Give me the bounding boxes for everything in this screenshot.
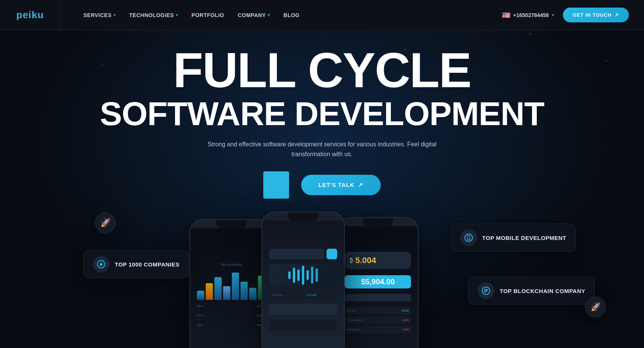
tx-value: -0.01 (402, 318, 409, 322)
nav-technologies[interactable]: TECHNOLOGIES ▾ (129, 12, 178, 18)
stat-label: ETH (197, 314, 203, 317)
stat-label: SOL (197, 323, 203, 327)
phone-screen-center: Portfolio +12.4% (262, 221, 344, 348)
badge-rocket-top: 🚀 (95, 212, 116, 234)
award-svg (97, 260, 106, 269)
lets-talk-button[interactable]: LET'S TALK ↗ (301, 175, 381, 195)
mini-bar (288, 271, 291, 279)
flag-icon: 🇺🇸 (502, 11, 510, 19)
badge-blockchain-icon (478, 282, 494, 299)
tx-value: +0.02 (401, 309, 409, 312)
chevron-down-icon: ▾ (114, 13, 116, 17)
stat-row: ETH +1.8% (197, 312, 265, 319)
phones-area: Top currencies BTC +2.4% ETH (152, 212, 492, 348)
badge-top-mobile-label: TOP MOBILE DEVELOPMENT (482, 235, 566, 241)
bar (241, 282, 248, 300)
transaction-item: Transaction -0.01 (345, 316, 411, 324)
blue-square-decoration (263, 171, 289, 199)
stat-row: SOL +5.2% (197, 322, 265, 328)
phone-number[interactable]: 🇺🇸 +16502784458 ▾ (502, 11, 554, 19)
mini-bar (306, 270, 309, 280)
logo[interactable]: peiku (16, 9, 44, 21)
nav-portfolio[interactable]: PORTFOLIO (192, 12, 224, 18)
transaction-list: Extras +0.02 Transaction -0.01 Withdraw … (345, 307, 411, 334)
chart-row (197, 270, 265, 300)
stat-cell: +12.4% (304, 291, 337, 299)
bar (206, 283, 213, 300)
nav-links: SERVICES ▾ TECHNOLOGIES ▾ PORTFOLIO COMP… (83, 12, 502, 18)
badge-mobile-icon (460, 229, 477, 246)
get-in-touch-button[interactable]: GET IN TOUCH ↗ (563, 8, 629, 22)
badge-top-1000-companies: TOP 1000 COMPANIES (83, 250, 189, 278)
stat-label: BTC (197, 304, 203, 308)
phone-right: ₿ 5.004 $5,904.00 Extras +0.02 Transacti… (337, 217, 419, 348)
arrow-icon: ↗ (358, 182, 363, 188)
transaction-item: Withdraw -0.05 (345, 326, 411, 334)
phone-notch (216, 220, 246, 228)
badge-top1000-label: TOP 1000 COMPANIES (115, 261, 180, 268)
mini-bar (316, 268, 318, 282)
mobile-svg (464, 233, 473, 242)
bitcoin-icon: ₿ (350, 257, 353, 264)
nav-right: 🇺🇸 +16502784458 ▾ GET IN TOUCH ↗ (502, 8, 629, 22)
bar (232, 273, 239, 300)
badge-top-blockchain-company: TOP BLOCKCHAIN COMPANY (468, 277, 595, 305)
phone-center: Portfolio +12.4% (261, 212, 345, 348)
hero-title-line2: SOFTWARE DEVELOPMENT (100, 96, 544, 131)
hero-actions: LET'S TALK ↗ (263, 171, 381, 199)
rocket-icon: 🚀 (100, 218, 111, 228)
phone-notch (288, 212, 318, 221)
bar (214, 277, 222, 300)
tx-value: -0.05 (402, 328, 409, 331)
chart-area (269, 264, 337, 287)
mini-bar (302, 266, 304, 285)
stat-row: BTC +2.4% (197, 303, 265, 309)
phone-left: Top currencies BTC +2.4% ETH (189, 219, 273, 348)
bar (223, 286, 230, 300)
badge-rocket-bottom: 🚀 (585, 296, 606, 318)
phone-screen-left: Top currencies BTC +2.4% ETH (190, 228, 272, 348)
bar (197, 291, 204, 300)
tx-label: Extras (347, 309, 356, 312)
logo-wrapper: peiku (0, 0, 61, 30)
mini-bar (293, 268, 295, 283)
rocket-icon: 🚀 (591, 302, 601, 312)
phone-ui-element (345, 294, 411, 301)
chevron-down-icon: ▾ (552, 13, 554, 17)
phone-ui-element (269, 249, 324, 259)
chevron-down-icon: ▾ (176, 13, 178, 17)
transaction-item: Extras +0.02 (345, 307, 411, 315)
hero-section: FULL CYCLE SOFTWARE DEVELOPMENT Strong a… (0, 0, 644, 348)
phone-ui-element (327, 249, 337, 259)
tx-label: Transaction (347, 318, 363, 322)
nav-services[interactable]: SERVICES ▾ (83, 12, 116, 18)
svg-point-1 (465, 234, 472, 241)
blockchain-svg (481, 286, 491, 295)
svg-point-3 (468, 239, 469, 240)
mini-bar (311, 266, 313, 284)
phone-top-bar (269, 249, 337, 259)
nav-company[interactable]: COMPANY ▾ (238, 12, 270, 18)
phone-screen-right: ₿ 5.004 $5,904.00 Extras +0.02 Transacti… (338, 226, 418, 348)
phone-label: Top currencies (220, 263, 242, 266)
badge-top-mobile-development: TOP MOBILE DEVELOPMENT (451, 224, 576, 252)
navbar: peiku SERVICES ▾ TECHNOLOGIES ▾ PORTFOLI… (0, 0, 644, 30)
stat-cell: Portfolio (269, 291, 302, 299)
arrow-icon: ↗ (614, 12, 619, 18)
badge-award-icon (93, 256, 109, 273)
crypto-price: $5,904.00 (345, 275, 411, 288)
phone-ui-bar (269, 320, 337, 331)
phone-notch (363, 218, 393, 226)
mini-bar (297, 270, 300, 281)
hero-subtitle: Strong and effective software developmen… (193, 140, 451, 159)
crypto-card: ₿ 5.004 (345, 252, 411, 269)
nav-blog[interactable]: BLOG (283, 12, 299, 18)
crypto-header: ₿ 5.004 (350, 256, 406, 265)
phone-ui-bar (269, 304, 337, 315)
badge-blockchain-label: TOP BLOCKCHAIN COMPANY (500, 288, 585, 294)
stat-row: Portfolio +12.4% (269, 291, 337, 299)
tx-label: Withdraw (347, 328, 360, 331)
bar (249, 288, 256, 300)
chevron-down-icon: ▾ (268, 13, 270, 17)
hero-title-line1: FULL CYCLE (173, 45, 471, 95)
